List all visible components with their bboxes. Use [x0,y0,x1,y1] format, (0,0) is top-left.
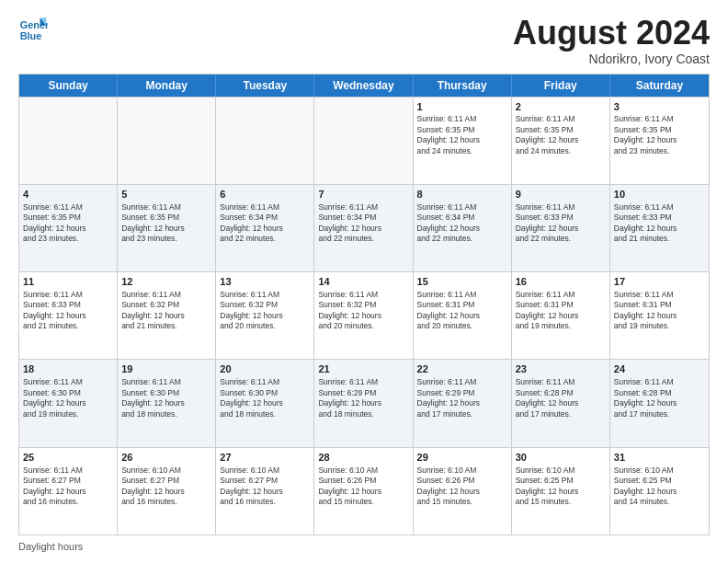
day-info: Sunrise: 6:11 AMSunset: 6:30 PMDaylight:… [220,377,310,419]
day-cell-20: 20Sunrise: 6:11 AMSunset: 6:30 PMDayligh… [216,360,314,446]
calendar-location: Ndorikro, Ivory Coast [513,52,710,66]
day-number: 25 [23,451,113,465]
day-info: Sunrise: 6:11 AMSunset: 6:33 PMDaylight:… [516,202,606,245]
day-info: Sunrise: 6:11 AMSunset: 6:33 PMDaylight:… [23,290,113,332]
day-cell-2: 2Sunrise: 6:11 AMSunset: 6:35 PMDaylight… [512,98,610,184]
day-number: 12 [121,275,211,289]
day-number: 1 [417,100,507,114]
day-number: 15 [417,275,507,289]
empty-cell [19,98,118,184]
day-cell-6: 6Sunrise: 6:11 AMSunset: 6:34 PMDaylight… [216,185,314,271]
day-cell-11: 11Sunrise: 6:11 AMSunset: 6:33 PMDayligh… [19,272,118,359]
day-cell-15: 15Sunrise: 6:11 AMSunset: 6:31 PMDayligh… [414,272,512,359]
calendar-body: 1Sunrise: 6:11 AMSunset: 6:35 PMDaylight… [19,97,709,534]
day-info: Sunrise: 6:11 AMSunset: 6:29 PMDaylight:… [318,377,408,419]
day-cell-14: 14Sunrise: 6:11 AMSunset: 6:32 PMDayligh… [314,272,413,359]
day-cell-18: 18Sunrise: 6:11 AMSunset: 6:30 PMDayligh… [19,360,118,446]
day-number: 30 [516,451,606,465]
title-block: August 2024 Ndorikro, Ivory Coast [513,15,710,66]
header-day-saturday: Saturday [610,75,709,97]
week-row-2: 4Sunrise: 6:11 AMSunset: 6:35 PMDaylight… [19,184,709,271]
day-cell-10: 10Sunrise: 6:11 AMSunset: 6:33 PMDayligh… [610,185,709,271]
day-info: Sunrise: 6:11 AMSunset: 6:34 PMDaylight:… [318,202,408,245]
day-cell-26: 26Sunrise: 6:10 AMSunset: 6:27 PMDayligh… [118,448,216,534]
day-cell-16: 16Sunrise: 6:11 AMSunset: 6:31 PMDayligh… [512,272,610,359]
day-number: 24 [614,362,705,376]
day-cell-28: 28Sunrise: 6:10 AMSunset: 6:26 PMDayligh… [314,448,413,534]
day-cell-13: 13Sunrise: 6:11 AMSunset: 6:32 PMDayligh… [216,272,314,359]
logo-icon: General Blue [18,15,48,44]
day-number: 3 [614,100,705,114]
day-number: 11 [23,275,113,289]
day-number: 6 [220,188,310,201]
day-number: 27 [220,451,310,465]
day-cell-29: 29Sunrise: 6:10 AMSunset: 6:26 PMDayligh… [414,448,512,534]
week-row-3: 11Sunrise: 6:11 AMSunset: 6:33 PMDayligh… [19,271,709,359]
day-info: Sunrise: 6:10 AMSunset: 6:26 PMDaylight:… [417,465,507,508]
day-number: 28 [318,451,408,465]
day-cell-12: 12Sunrise: 6:11 AMSunset: 6:32 PMDayligh… [118,272,216,359]
header-day-thursday: Thursday [414,75,512,97]
day-info: Sunrise: 6:11 AMSunset: 6:35 PMDaylight:… [614,114,705,156]
day-number: 26 [121,451,211,465]
day-number: 4 [23,188,113,201]
day-info: Sunrise: 6:10 AMSunset: 6:25 PMDaylight:… [516,465,606,508]
day-number: 31 [614,451,705,465]
day-info: Sunrise: 6:11 AMSunset: 6:30 PMDaylight:… [23,377,113,419]
day-cell-21: 21Sunrise: 6:11 AMSunset: 6:29 PMDayligh… [314,360,413,446]
day-number: 9 [516,188,606,201]
day-info: Sunrise: 6:11 AMSunset: 6:27 PMDaylight:… [23,465,113,508]
day-cell-25: 25Sunrise: 6:11 AMSunset: 6:27 PMDayligh… [19,448,118,534]
day-number: 19 [121,362,211,376]
day-info: Sunrise: 6:11 AMSunset: 6:28 PMDaylight:… [614,377,705,419]
day-number: 23 [516,362,606,376]
day-info: Sunrise: 6:11 AMSunset: 6:34 PMDaylight:… [417,202,507,245]
day-cell-22: 22Sunrise: 6:11 AMSunset: 6:29 PMDayligh… [414,360,512,446]
day-info: Sunrise: 6:11 AMSunset: 6:31 PMDaylight:… [417,290,507,332]
empty-cell [314,98,413,184]
day-info: Sunrise: 6:10 AMSunset: 6:25 PMDaylight:… [614,465,705,508]
day-number: 7 [318,188,408,201]
day-number: 16 [516,275,606,289]
day-info: Sunrise: 6:11 AMSunset: 6:32 PMDaylight:… [318,290,408,332]
day-info: Sunrise: 6:11 AMSunset: 6:34 PMDaylight:… [220,202,310,245]
day-cell-17: 17Sunrise: 6:11 AMSunset: 6:31 PMDayligh… [610,272,709,359]
day-info: Sunrise: 6:11 AMSunset: 6:32 PMDaylight:… [220,290,310,332]
page-header: General Blue August 2024 Ndorikro, Ivory… [18,15,710,66]
day-cell-23: 23Sunrise: 6:11 AMSunset: 6:28 PMDayligh… [512,360,610,446]
day-cell-9: 9Sunrise: 6:11 AMSunset: 6:33 PMDaylight… [512,185,610,271]
day-info: Sunrise: 6:11 AMSunset: 6:30 PMDaylight:… [121,377,211,419]
header-day-monday: Monday [118,75,216,97]
empty-cell [118,98,216,184]
day-info: Sunrise: 6:10 AMSunset: 6:26 PMDaylight:… [318,465,408,508]
day-number: 8 [417,188,507,201]
header-day-sunday: Sunday [19,75,118,97]
logo: General Blue [18,15,48,44]
day-number: 5 [121,188,211,201]
calendar: SundayMondayTuesdayWednesdayThursdayFrid… [18,74,710,535]
day-info: Sunrise: 6:11 AMSunset: 6:29 PMDaylight:… [417,377,507,419]
day-info: Sunrise: 6:11 AMSunset: 6:32 PMDaylight:… [121,290,211,332]
day-cell-19: 19Sunrise: 6:11 AMSunset: 6:30 PMDayligh… [118,360,216,446]
day-number: 20 [220,362,310,376]
day-info: Sunrise: 6:11 AMSunset: 6:31 PMDaylight:… [614,290,705,332]
day-info: Sunrise: 6:11 AMSunset: 6:33 PMDaylight:… [614,202,705,245]
calendar-header: SundayMondayTuesdayWednesdayThursdayFrid… [19,75,709,97]
day-number: 29 [417,451,507,465]
day-cell-24: 24Sunrise: 6:11 AMSunset: 6:28 PMDayligh… [610,360,709,446]
day-number: 21 [318,362,408,376]
day-number: 18 [23,362,113,376]
day-cell-7: 7Sunrise: 6:11 AMSunset: 6:34 PMDaylight… [314,185,413,271]
day-number: 14 [318,275,408,289]
day-cell-8: 8Sunrise: 6:11 AMSunset: 6:34 PMDaylight… [414,185,512,271]
empty-cell [216,98,314,184]
day-number: 22 [417,362,507,376]
day-info: Sunrise: 6:11 AMSunset: 6:28 PMDaylight:… [516,377,606,419]
footer-note: Daylight hours [18,541,710,552]
day-cell-31: 31Sunrise: 6:10 AMSunset: 6:25 PMDayligh… [610,448,709,534]
day-info: Sunrise: 6:11 AMSunset: 6:35 PMDaylight:… [417,114,507,156]
svg-text:Blue: Blue [20,30,42,41]
week-row-5: 25Sunrise: 6:11 AMSunset: 6:27 PMDayligh… [19,447,709,534]
day-info: Sunrise: 6:11 AMSunset: 6:35 PMDaylight:… [516,114,606,156]
day-info: Sunrise: 6:10 AMSunset: 6:27 PMDaylight:… [220,465,310,508]
